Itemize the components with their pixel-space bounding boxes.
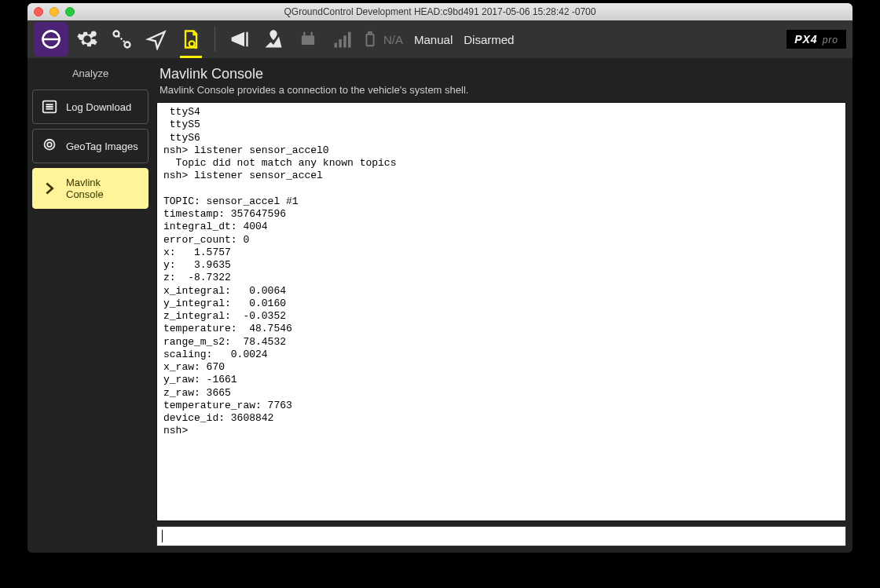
maximize-icon[interactable] [65, 7, 75, 16]
sidebar-item-log-download[interactable]: Log Download [32, 89, 148, 124]
sidebar-item-label: Mavlink Console [66, 177, 140, 200]
sidebar-item-label: Log Download [66, 101, 131, 113]
toolbar-divider [214, 27, 215, 52]
brand-name: PX4 [794, 33, 817, 46]
armed-state-label[interactable]: Disarmed [464, 33, 514, 46]
sidebar-item-geotag[interactable]: GeoTag Images [32, 129, 148, 163]
brand-logo: PX4 pro [786, 30, 846, 49]
fly-button[interactable] [141, 24, 172, 55]
gps-button[interactable] [258, 24, 289, 55]
svg-rect-9 [339, 39, 342, 48]
sidebar-item-mavlink-console[interactable]: Mavlink Console [32, 168, 148, 209]
page-subtitle: Mavlink Console provides a connection to… [156, 84, 846, 102]
messages-button[interactable] [223, 24, 255, 55]
close-icon[interactable] [34, 7, 43, 16]
command-input[interactable] [156, 526, 846, 546]
sidebar-item-label: GeoTag Images [66, 141, 138, 152]
window-title: QGroundControl Development HEAD:c9bd491 … [28, 6, 852, 17]
analyze-button[interactable] [175, 24, 207, 55]
svg-rect-13 [368, 32, 372, 35]
console-output[interactable]: ttyS4 ttyS5 ttyS6 nsh> listener sensor_a… [156, 102, 846, 521]
battery-na-label: N/A [383, 33, 403, 46]
svg-point-19 [47, 142, 52, 147]
main-area: Analyze Log Download GeoTag Images Mavli… [28, 58, 852, 553]
pin-icon [41, 137, 58, 155]
svg-rect-10 [343, 35, 346, 47]
svg-rect-11 [348, 32, 351, 48]
app-settings-button[interactable] [34, 22, 68, 57]
svg-point-3 [125, 42, 130, 48]
setup-button[interactable] [72, 24, 103, 55]
sidebar-title: Analyze [28, 63, 153, 87]
flight-mode-label[interactable]: Manual [414, 33, 453, 46]
list-icon [41, 98, 58, 115]
chevron-right-icon [41, 180, 58, 197]
titlebar: QGroundControl Development HEAD:c9bd491 … [28, 3, 852, 20]
input-caret [162, 530, 163, 542]
svg-rect-8 [335, 43, 338, 48]
svg-point-18 [45, 140, 55, 150]
plan-button[interactable] [106, 24, 138, 55]
rc-button[interactable] [292, 24, 324, 55]
svg-rect-5 [302, 35, 314, 45]
minimize-icon[interactable] [50, 7, 59, 16]
svg-point-1 [91, 31, 97, 37]
main-toolbar: N/A Manual Disarmed PX4 pro [28, 20, 852, 58]
brand-sub: pro [823, 35, 838, 46]
sidebar: Analyze Log Download GeoTag Images Mavli… [28, 58, 153, 553]
battery-icon[interactable] [361, 24, 379, 55]
page-title: Mavlink Console [156, 61, 846, 84]
content-pane: Mavlink Console Mavlink Console provides… [153, 58, 852, 553]
telemetry-icon[interactable] [327, 24, 358, 55]
svg-rect-12 [366, 35, 373, 46]
window-controls [34, 7, 75, 16]
app-window: QGroundControl Development HEAD:c9bd491 … [28, 3, 852, 553]
